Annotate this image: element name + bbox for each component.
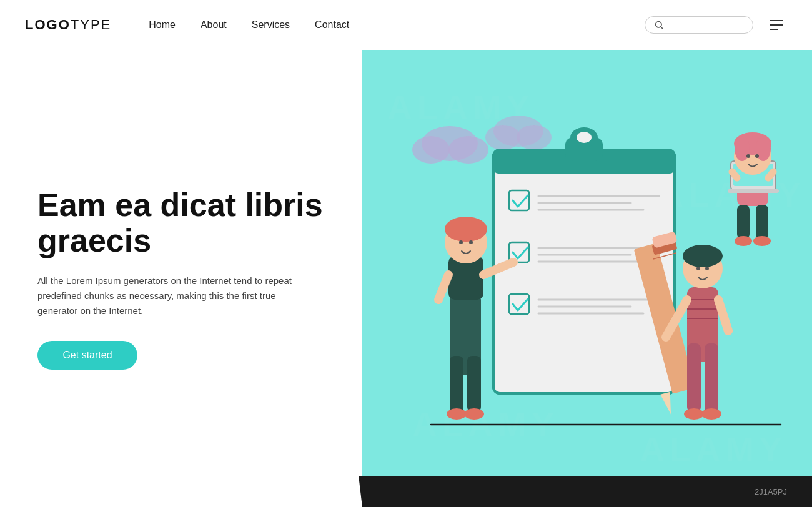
- svg-point-55: [683, 245, 723, 267]
- nav-link-about[interactable]: About: [201, 19, 227, 30]
- left-panel: Eam ea dicat libris graecis All the Lore…: [0, 50, 362, 507]
- svg-point-56: [696, 267, 700, 270]
- svg-point-61: [735, 236, 752, 246]
- menu-line-3: [770, 29, 778, 30]
- svg-line-1: [661, 27, 663, 29]
- hero-description: All the Lorem Ipsum generators on the In…: [37, 273, 300, 318]
- svg-rect-33: [450, 356, 463, 412]
- svg-point-13: [577, 132, 592, 143]
- svg-point-35: [447, 408, 467, 420]
- svg-rect-45: [687, 343, 701, 412]
- svg-point-6: [485, 125, 520, 150]
- svg-point-4: [448, 136, 488, 164]
- svg-point-57: [705, 267, 709, 270]
- nav-item-services[interactable]: Services: [252, 19, 290, 31]
- stock-code: 2J1A5PJ: [755, 487, 787, 496]
- svg-point-73: [755, 154, 759, 158]
- nav-item-contact[interactable]: Contact: [315, 19, 349, 31]
- search-icon: [654, 20, 664, 30]
- menu-line-1: [770, 20, 783, 21]
- svg-point-42: [459, 240, 463, 244]
- hero-title: Eam ea dicat libris graecis: [37, 187, 325, 258]
- svg-line-53: [718, 300, 728, 331]
- nav-link-contact[interactable]: Contact: [315, 19, 349, 30]
- svg-rect-65: [728, 189, 779, 193]
- svg-rect-46: [705, 343, 718, 412]
- svg-point-62: [753, 236, 771, 246]
- svg-point-47: [684, 408, 704, 420]
- search-input[interactable]: [669, 20, 744, 30]
- svg-point-43: [469, 240, 473, 244]
- nav-item-home[interactable]: Home: [149, 19, 176, 31]
- logo-light: TYPE: [71, 17, 111, 32]
- logo-bold: LOGO: [25, 17, 71, 32]
- hamburger-menu[interactable]: [766, 16, 787, 34]
- nav-link-services[interactable]: Services: [252, 19, 290, 30]
- svg-point-7: [517, 125, 552, 150]
- svg-line-66: [732, 172, 737, 178]
- logo: LOGOTYPE: [25, 17, 111, 33]
- svg-point-36: [464, 408, 484, 420]
- illustration: [394, 69, 812, 481]
- search-box[interactable]: [645, 16, 753, 34]
- svg-marker-28: [660, 392, 676, 416]
- get-started-button[interactable]: Get started: [37, 341, 137, 370]
- nav-right: [645, 16, 787, 34]
- svg-point-48: [701, 408, 721, 420]
- svg-rect-59: [737, 205, 750, 239]
- svg-line-67: [768, 172, 773, 178]
- svg-point-72: [746, 154, 750, 158]
- navbar: LOGOTYPE Home About Services Contact: [0, 0, 812, 50]
- svg-line-39: [438, 275, 448, 300]
- svg-point-3: [412, 136, 450, 164]
- nav-item-about[interactable]: About: [201, 19, 227, 31]
- nav-link-home[interactable]: Home: [149, 19, 176, 30]
- menu-line-2: [770, 24, 783, 26]
- main-content: Eam ea dicat libris graecis All the Lore…: [0, 50, 812, 507]
- svg-rect-60: [756, 205, 768, 239]
- right-panel: ALAMY ALAMY ALAMY ALAMY: [362, 50, 812, 507]
- svg-rect-34: [467, 356, 481, 412]
- svg-point-41: [445, 217, 487, 242]
- nav-links: Home About Services Contact: [149, 19, 349, 31]
